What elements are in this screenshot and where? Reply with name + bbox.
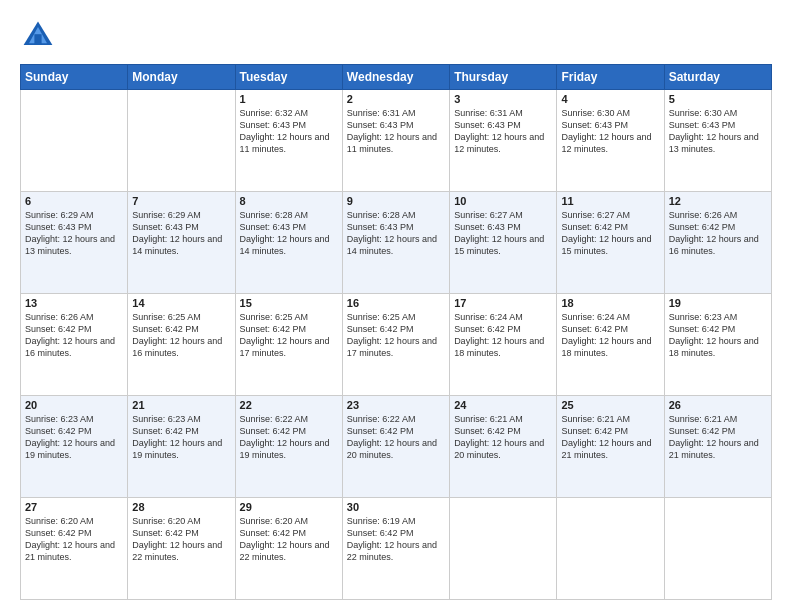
- calendar-cell: 15Sunrise: 6:25 AM Sunset: 6:42 PM Dayli…: [235, 294, 342, 396]
- cell-info: Sunrise: 6:22 AM Sunset: 6:42 PM Dayligh…: [240, 413, 338, 462]
- cell-info: Sunrise: 6:26 AM Sunset: 6:42 PM Dayligh…: [669, 209, 767, 258]
- cell-info: Sunrise: 6:30 AM Sunset: 6:43 PM Dayligh…: [561, 107, 659, 156]
- cell-info: Sunrise: 6:25 AM Sunset: 6:42 PM Dayligh…: [240, 311, 338, 360]
- calendar-cell: 25Sunrise: 6:21 AM Sunset: 6:42 PM Dayli…: [557, 396, 664, 498]
- day-header-monday: Monday: [128, 65, 235, 90]
- calendar-cell: 9Sunrise: 6:28 AM Sunset: 6:43 PM Daylig…: [342, 192, 449, 294]
- logo: [20, 18, 60, 54]
- week-row-5: 27Sunrise: 6:20 AM Sunset: 6:42 PM Dayli…: [21, 498, 772, 600]
- day-header-thursday: Thursday: [450, 65, 557, 90]
- cell-info: Sunrise: 6:31 AM Sunset: 6:43 PM Dayligh…: [347, 107, 445, 156]
- calendar-cell: 16Sunrise: 6:25 AM Sunset: 6:42 PM Dayli…: [342, 294, 449, 396]
- cell-info: Sunrise: 6:23 AM Sunset: 6:42 PM Dayligh…: [25, 413, 123, 462]
- day-number: 10: [454, 195, 552, 207]
- cell-info: Sunrise: 6:20 AM Sunset: 6:42 PM Dayligh…: [132, 515, 230, 564]
- page: SundayMondayTuesdayWednesdayThursdayFrid…: [0, 0, 792, 612]
- calendar-cell: [450, 498, 557, 600]
- day-number: 13: [25, 297, 123, 309]
- calendar-cell: 19Sunrise: 6:23 AM Sunset: 6:42 PM Dayli…: [664, 294, 771, 396]
- calendar-cell: [664, 498, 771, 600]
- day-number: 11: [561, 195, 659, 207]
- cell-info: Sunrise: 6:25 AM Sunset: 6:42 PM Dayligh…: [347, 311, 445, 360]
- day-number: 8: [240, 195, 338, 207]
- day-number: 24: [454, 399, 552, 411]
- calendar-cell: 23Sunrise: 6:22 AM Sunset: 6:42 PM Dayli…: [342, 396, 449, 498]
- cell-info: Sunrise: 6:20 AM Sunset: 6:42 PM Dayligh…: [240, 515, 338, 564]
- day-number: 23: [347, 399, 445, 411]
- day-number: 16: [347, 297, 445, 309]
- cell-info: Sunrise: 6:21 AM Sunset: 6:42 PM Dayligh…: [561, 413, 659, 462]
- day-header-wednesday: Wednesday: [342, 65, 449, 90]
- cell-info: Sunrise: 6:26 AM Sunset: 6:42 PM Dayligh…: [25, 311, 123, 360]
- calendar-cell: 5Sunrise: 6:30 AM Sunset: 6:43 PM Daylig…: [664, 90, 771, 192]
- cell-info: Sunrise: 6:23 AM Sunset: 6:42 PM Dayligh…: [669, 311, 767, 360]
- week-row-2: 6Sunrise: 6:29 AM Sunset: 6:43 PM Daylig…: [21, 192, 772, 294]
- day-number: 4: [561, 93, 659, 105]
- day-number: 20: [25, 399, 123, 411]
- calendar-cell: 4Sunrise: 6:30 AM Sunset: 6:43 PM Daylig…: [557, 90, 664, 192]
- cell-info: Sunrise: 6:28 AM Sunset: 6:43 PM Dayligh…: [240, 209, 338, 258]
- calendar-cell: [128, 90, 235, 192]
- cell-info: Sunrise: 6:30 AM Sunset: 6:43 PM Dayligh…: [669, 107, 767, 156]
- day-number: 12: [669, 195, 767, 207]
- day-number: 9: [347, 195, 445, 207]
- calendar-cell: 30Sunrise: 6:19 AM Sunset: 6:42 PM Dayli…: [342, 498, 449, 600]
- day-number: 30: [347, 501, 445, 513]
- day-number: 18: [561, 297, 659, 309]
- calendar-cell: 27Sunrise: 6:20 AM Sunset: 6:42 PM Dayli…: [21, 498, 128, 600]
- calendar-cell: 20Sunrise: 6:23 AM Sunset: 6:42 PM Dayli…: [21, 396, 128, 498]
- day-number: 21: [132, 399, 230, 411]
- day-header-sunday: Sunday: [21, 65, 128, 90]
- cell-info: Sunrise: 6:20 AM Sunset: 6:42 PM Dayligh…: [25, 515, 123, 564]
- day-number: 14: [132, 297, 230, 309]
- day-number: 27: [25, 501, 123, 513]
- day-number: 19: [669, 297, 767, 309]
- day-number: 29: [240, 501, 338, 513]
- cell-info: Sunrise: 6:19 AM Sunset: 6:42 PM Dayligh…: [347, 515, 445, 564]
- day-header-saturday: Saturday: [664, 65, 771, 90]
- cell-info: Sunrise: 6:21 AM Sunset: 6:42 PM Dayligh…: [669, 413, 767, 462]
- day-number: 7: [132, 195, 230, 207]
- week-row-4: 20Sunrise: 6:23 AM Sunset: 6:42 PM Dayli…: [21, 396, 772, 498]
- calendar-cell: 11Sunrise: 6:27 AM Sunset: 6:42 PM Dayli…: [557, 192, 664, 294]
- calendar-cell: 14Sunrise: 6:25 AM Sunset: 6:42 PM Dayli…: [128, 294, 235, 396]
- calendar-cell: 6Sunrise: 6:29 AM Sunset: 6:43 PM Daylig…: [21, 192, 128, 294]
- cell-info: Sunrise: 6:25 AM Sunset: 6:42 PM Dayligh…: [132, 311, 230, 360]
- day-number: 26: [669, 399, 767, 411]
- cell-info: Sunrise: 6:23 AM Sunset: 6:42 PM Dayligh…: [132, 413, 230, 462]
- week-row-3: 13Sunrise: 6:26 AM Sunset: 6:42 PM Dayli…: [21, 294, 772, 396]
- header: [20, 18, 772, 54]
- calendar-cell: 12Sunrise: 6:26 AM Sunset: 6:42 PM Dayli…: [664, 192, 771, 294]
- cell-info: Sunrise: 6:29 AM Sunset: 6:43 PM Dayligh…: [25, 209, 123, 258]
- calendar-cell: [557, 498, 664, 600]
- day-number: 6: [25, 195, 123, 207]
- day-number: 17: [454, 297, 552, 309]
- calendar-header-row: SundayMondayTuesdayWednesdayThursdayFrid…: [21, 65, 772, 90]
- calendar-table: SundayMondayTuesdayWednesdayThursdayFrid…: [20, 64, 772, 600]
- day-header-friday: Friday: [557, 65, 664, 90]
- calendar-cell: 22Sunrise: 6:22 AM Sunset: 6:42 PM Dayli…: [235, 396, 342, 498]
- cell-info: Sunrise: 6:32 AM Sunset: 6:43 PM Dayligh…: [240, 107, 338, 156]
- week-row-1: 1Sunrise: 6:32 AM Sunset: 6:43 PM Daylig…: [21, 90, 772, 192]
- calendar-cell: 7Sunrise: 6:29 AM Sunset: 6:43 PM Daylig…: [128, 192, 235, 294]
- cell-info: Sunrise: 6:31 AM Sunset: 6:43 PM Dayligh…: [454, 107, 552, 156]
- cell-info: Sunrise: 6:27 AM Sunset: 6:43 PM Dayligh…: [454, 209, 552, 258]
- calendar-cell: 28Sunrise: 6:20 AM Sunset: 6:42 PM Dayli…: [128, 498, 235, 600]
- calendar-cell: 3Sunrise: 6:31 AM Sunset: 6:43 PM Daylig…: [450, 90, 557, 192]
- cell-info: Sunrise: 6:22 AM Sunset: 6:42 PM Dayligh…: [347, 413, 445, 462]
- calendar-cell: 29Sunrise: 6:20 AM Sunset: 6:42 PM Dayli…: [235, 498, 342, 600]
- day-number: 28: [132, 501, 230, 513]
- cell-info: Sunrise: 6:28 AM Sunset: 6:43 PM Dayligh…: [347, 209, 445, 258]
- calendar-cell: 24Sunrise: 6:21 AM Sunset: 6:42 PM Dayli…: [450, 396, 557, 498]
- calendar-cell: 18Sunrise: 6:24 AM Sunset: 6:42 PM Dayli…: [557, 294, 664, 396]
- calendar-cell: 13Sunrise: 6:26 AM Sunset: 6:42 PM Dayli…: [21, 294, 128, 396]
- cell-info: Sunrise: 6:24 AM Sunset: 6:42 PM Dayligh…: [454, 311, 552, 360]
- calendar-cell: 1Sunrise: 6:32 AM Sunset: 6:43 PM Daylig…: [235, 90, 342, 192]
- logo-icon: [20, 18, 56, 54]
- day-number: 3: [454, 93, 552, 105]
- cell-info: Sunrise: 6:21 AM Sunset: 6:42 PM Dayligh…: [454, 413, 552, 462]
- day-number: 2: [347, 93, 445, 105]
- day-number: 15: [240, 297, 338, 309]
- day-number: 5: [669, 93, 767, 105]
- calendar-cell: [21, 90, 128, 192]
